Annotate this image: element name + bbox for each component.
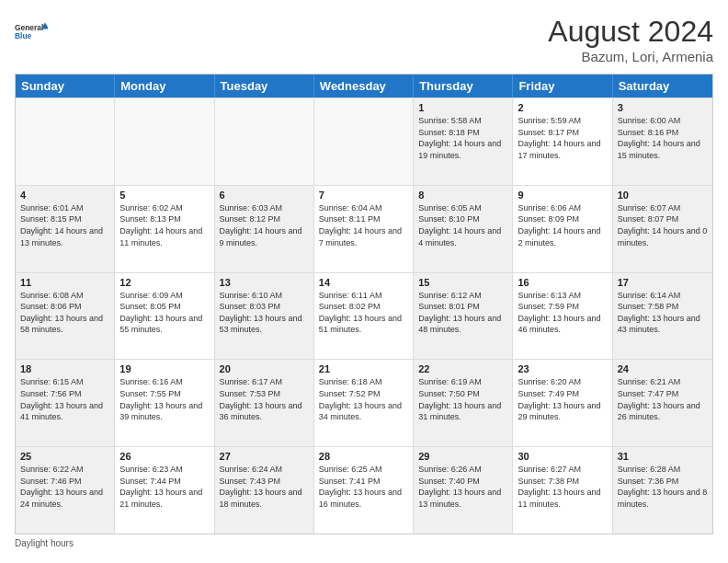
cell-details: Sunrise: 6:09 AM Sunset: 8:05 PM Dayligh…: [119, 290, 209, 336]
cell-details: Sunrise: 6:20 AM Sunset: 7:49 PM Dayligh…: [518, 376, 607, 422]
cell-details: Sunrise: 6:15 AM Sunset: 7:56 PM Dayligh…: [20, 376, 109, 422]
day-number: 20: [220, 363, 309, 374]
calendar-cell: 9Sunrise: 6:06 AM Sunset: 8:09 PM Daylig…: [513, 186, 612, 272]
day-number: 17: [618, 277, 708, 288]
cell-details: Sunrise: 6:01 AM Sunset: 8:15 PM Dayligh…: [20, 202, 109, 248]
month-year-title: August 2024: [548, 15, 713, 49]
calendar-row-1: 4Sunrise: 6:01 AM Sunset: 8:15 PM Daylig…: [16, 185, 712, 272]
footer-note: Daylight hours: [15, 538, 713, 548]
cell-details: Sunrise: 6:04 AM Sunset: 8:11 PM Dayligh…: [319, 202, 408, 248]
cell-details: Sunrise: 6:23 AM Sunset: 7:44 PM Dayligh…: [119, 464, 209, 510]
calendar-header: SundayMondayTuesdayWednesdayThursdayFrid…: [16, 75, 712, 98]
calendar-cell: 3Sunrise: 6:00 AM Sunset: 8:16 PM Daylig…: [613, 98, 712, 185]
cell-details: Sunrise: 6:05 AM Sunset: 8:10 PM Dayligh…: [418, 202, 507, 248]
cell-details: Sunrise: 6:28 AM Sunset: 7:36 PM Dayligh…: [618, 464, 708, 510]
cell-details: Sunrise: 6:11 AM Sunset: 8:02 PM Dayligh…: [319, 290, 408, 336]
calendar: SundayMondayTuesdayWednesdayThursdayFrid…: [15, 74, 713, 534]
cell-details: Sunrise: 6:10 AM Sunset: 8:03 PM Dayligh…: [220, 290, 309, 336]
svg-text:Blue: Blue: [15, 31, 32, 40]
day-number: 8: [418, 190, 507, 201]
weekday-header-sunday: Sunday: [16, 75, 115, 98]
calendar-cell: 14Sunrise: 6:11 AM Sunset: 8:02 PM Dayli…: [314, 273, 414, 360]
weekday-header-thursday: Thursday: [414, 75, 513, 98]
day-number: 1: [418, 102, 507, 113]
cell-details: Sunrise: 6:03 AM Sunset: 8:12 PM Dayligh…: [220, 202, 309, 248]
calendar-cell: 15Sunrise: 6:12 AM Sunset: 8:01 PM Dayli…: [414, 273, 513, 360]
calendar-cell: 4Sunrise: 6:01 AM Sunset: 8:15 PM Daylig…: [16, 186, 115, 272]
day-number: 24: [618, 363, 708, 374]
cell-details: Sunrise: 6:24 AM Sunset: 7:43 PM Dayligh…: [220, 464, 309, 510]
cell-details: Sunrise: 6:07 AM Sunset: 8:07 PM Dayligh…: [618, 202, 708, 248]
day-number: 23: [518, 363, 607, 374]
location-subtitle: Bazum, Lori, Armenia: [548, 49, 713, 64]
cell-details: Sunrise: 6:26 AM Sunset: 7:40 PM Dayligh…: [418, 464, 507, 510]
calendar-cell: 21Sunrise: 6:18 AM Sunset: 7:52 PM Dayli…: [314, 360, 414, 446]
cell-details: Sunrise: 6:16 AM Sunset: 7:55 PM Dayligh…: [119, 376, 209, 422]
day-number: 25: [20, 451, 109, 462]
day-number: 11: [20, 277, 109, 288]
cell-details: Sunrise: 6:27 AM Sunset: 7:38 PM Dayligh…: [518, 464, 607, 510]
calendar-row-4: 25Sunrise: 6:22 AM Sunset: 7:46 PM Dayli…: [16, 446, 712, 534]
calendar-row-3: 18Sunrise: 6:15 AM Sunset: 7:56 PM Dayli…: [16, 359, 712, 446]
weekday-header-saturday: Saturday: [613, 75, 712, 98]
day-number: 9: [518, 190, 607, 201]
logo-svg: General Blue: [15, 15, 48, 48]
calendar-cell: 20Sunrise: 6:17 AM Sunset: 7:53 PM Dayli…: [215, 360, 314, 446]
cell-details: Sunrise: 6:22 AM Sunset: 7:46 PM Dayligh…: [20, 464, 109, 510]
calendar-cell: 25Sunrise: 6:22 AM Sunset: 7:46 PM Dayli…: [16, 447, 115, 534]
calendar-cell: [115, 98, 214, 185]
calendar-cell: 10Sunrise: 6:07 AM Sunset: 8:07 PM Dayli…: [613, 186, 712, 272]
day-number: 21: [319, 363, 408, 374]
calendar-cell: 12Sunrise: 6:09 AM Sunset: 8:05 PM Dayli…: [115, 273, 214, 360]
calendar-cell: 28Sunrise: 6:25 AM Sunset: 7:41 PM Dayli…: [314, 447, 414, 534]
cell-details: Sunrise: 6:00 AM Sunset: 8:16 PM Dayligh…: [618, 115, 708, 161]
cell-details: Sunrise: 6:06 AM Sunset: 8:09 PM Dayligh…: [518, 202, 607, 248]
calendar-cell: 29Sunrise: 6:26 AM Sunset: 7:40 PM Dayli…: [414, 447, 513, 534]
cell-details: Sunrise: 6:14 AM Sunset: 7:58 PM Dayligh…: [618, 290, 708, 336]
weekday-header-wednesday: Wednesday: [314, 75, 414, 98]
calendar-cell: 27Sunrise: 6:24 AM Sunset: 7:43 PM Dayli…: [215, 447, 314, 534]
logo: General Blue: [15, 15, 48, 48]
day-number: 6: [220, 190, 309, 201]
svg-text:General: General: [15, 23, 43, 32]
day-number: 10: [618, 190, 708, 201]
day-number: 26: [119, 451, 209, 462]
calendar-cell: 31Sunrise: 6:28 AM Sunset: 7:36 PM Dayli…: [613, 447, 712, 534]
calendar-cell: 6Sunrise: 6:03 AM Sunset: 8:12 PM Daylig…: [215, 186, 314, 272]
cell-details: Sunrise: 6:18 AM Sunset: 7:52 PM Dayligh…: [319, 376, 408, 422]
cell-details: Sunrise: 6:12 AM Sunset: 8:01 PM Dayligh…: [418, 290, 507, 336]
calendar-cell: 17Sunrise: 6:14 AM Sunset: 7:58 PM Dayli…: [613, 273, 712, 360]
day-number: 5: [119, 190, 209, 201]
calendar-cell: 18Sunrise: 6:15 AM Sunset: 7:56 PM Dayli…: [16, 360, 115, 446]
day-number: 29: [418, 451, 507, 462]
calendar-cell: [215, 98, 314, 185]
day-number: 30: [518, 451, 607, 462]
day-number: 13: [220, 277, 309, 288]
day-number: 22: [418, 363, 507, 374]
weekday-header-tuesday: Tuesday: [215, 75, 314, 98]
calendar-cell: 19Sunrise: 6:16 AM Sunset: 7:55 PM Dayli…: [115, 360, 214, 446]
calendar-cell: 16Sunrise: 6:13 AM Sunset: 7:59 PM Dayli…: [513, 273, 612, 360]
day-number: 4: [20, 190, 109, 201]
day-number: 31: [618, 451, 708, 462]
cell-details: Sunrise: 6:25 AM Sunset: 7:41 PM Dayligh…: [319, 464, 408, 510]
cell-details: Sunrise: 6:08 AM Sunset: 8:06 PM Dayligh…: [20, 290, 109, 336]
calendar-cell: 11Sunrise: 6:08 AM Sunset: 8:06 PM Dayli…: [16, 273, 115, 360]
day-number: 7: [319, 190, 408, 201]
cell-details: Sunrise: 5:58 AM Sunset: 8:18 PM Dayligh…: [418, 115, 507, 161]
day-number: 12: [119, 277, 209, 288]
cell-details: Sunrise: 6:21 AM Sunset: 7:47 PM Dayligh…: [618, 376, 708, 422]
calendar-cell: [314, 98, 414, 185]
day-number: 28: [319, 451, 408, 462]
header: General Blue August 2024 Bazum, Lori, Ar…: [15, 15, 713, 64]
calendar-row-0: 1Sunrise: 5:58 AM Sunset: 8:18 PM Daylig…: [16, 98, 712, 185]
day-number: 14: [319, 277, 408, 288]
calendar-cell: 1Sunrise: 5:58 AM Sunset: 8:18 PM Daylig…: [414, 98, 513, 185]
day-number: 3: [618, 102, 708, 113]
calendar-row-2: 11Sunrise: 6:08 AM Sunset: 8:06 PM Dayli…: [16, 272, 712, 360]
cell-details: Sunrise: 5:59 AM Sunset: 8:17 PM Dayligh…: [518, 115, 607, 161]
calendar-cell: 30Sunrise: 6:27 AM Sunset: 7:38 PM Dayli…: [513, 447, 612, 534]
cell-details: Sunrise: 6:02 AM Sunset: 8:13 PM Dayligh…: [119, 202, 209, 248]
day-number: 2: [518, 102, 607, 113]
day-number: 27: [220, 451, 309, 462]
